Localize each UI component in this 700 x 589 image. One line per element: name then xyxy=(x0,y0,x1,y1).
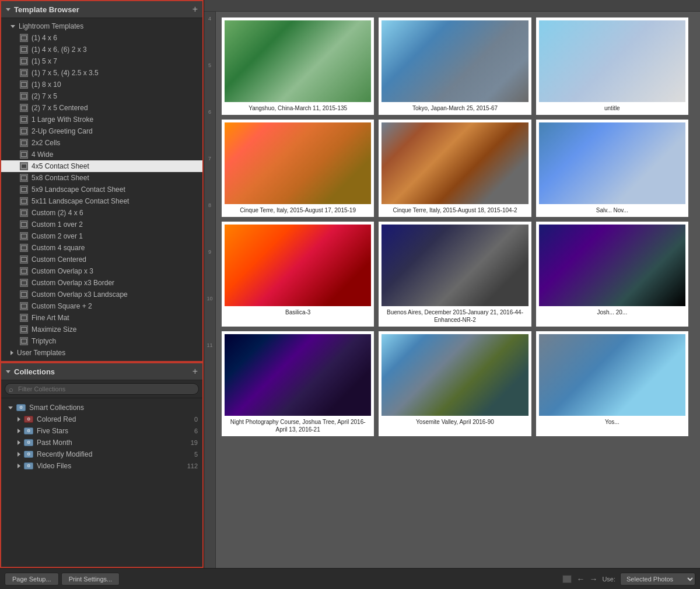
photo-cell-buenos[interactable]: Buenos Aires, December 2015-January 21, … xyxy=(379,222,531,327)
photo-cell-cinque1[interactable]: Cinque Terre, Italy, 2015-August 17, 201… xyxy=(222,120,374,217)
template-item[interactable]: 5x8 Contact Sheet xyxy=(1,172,202,184)
template-item[interactable]: Custom 2 over 1 xyxy=(1,230,202,242)
template-item[interactable]: (1) 5 x 7 xyxy=(1,55,202,67)
smart-collections-header[interactable]: ⚙ Smart Collections xyxy=(1,402,202,413)
lightroom-templates-group[interactable]: Lightroom Templates xyxy=(1,20,202,32)
template-item-label: Custom 1 over 2 xyxy=(32,220,83,229)
use-select[interactable]: Selected Photos All Filmstrip Photos Fla… xyxy=(620,573,695,586)
photo-cell-cinque2[interactable]: Cinque Terre, Italy, 2015-August 18, 201… xyxy=(379,120,531,217)
template-item[interactable]: Maximize Size xyxy=(1,324,202,335)
template-item-label: Custom 4 square xyxy=(32,244,85,252)
template-item[interactable]: Fine Art Mat xyxy=(1,312,202,324)
template-item[interactable]: 5x11 Landscape Contact Sheet xyxy=(1,195,202,207)
collection-count: 6 xyxy=(194,427,198,434)
nav-prev-button[interactable]: ← xyxy=(576,574,584,584)
smart-collections-icon: ⚙ xyxy=(16,404,26,411)
nav-next-button[interactable]: → xyxy=(589,574,597,584)
collection-smart-icon: ⚙ xyxy=(24,462,33,469)
collections-section: Collections + ⚙ Smart Collections xyxy=(0,362,204,568)
template-icon xyxy=(20,197,28,205)
page-setup-button[interactable]: Page Setup... xyxy=(5,573,59,586)
filter-collections-input[interactable] xyxy=(5,383,199,395)
template-icon xyxy=(20,220,28,229)
collection-count: 112 xyxy=(187,462,198,469)
collections-title: Collections xyxy=(14,367,55,376)
template-item[interactable]: (2) 7 x 5 Centered xyxy=(1,102,202,114)
template-list: Lightroom Templates (1) 4 x 6 (1) 4 x 6,… xyxy=(1,18,202,361)
collection-item-arrow-icon xyxy=(18,417,20,422)
collection-item-colored-red[interactable]: ⚙ Colored Red 0 xyxy=(1,413,202,425)
photo-caption-tokyo: Tokyo, Japan-March 25, 2015-67 xyxy=(412,104,498,112)
filter-bar xyxy=(1,380,202,398)
photo-grid-area[interactable]: Yangshuo, China-March 11, 2015-135 Tokyo… xyxy=(216,12,700,568)
template-item[interactable]: 5x9 Landscape Contact Sheet xyxy=(1,184,202,195)
smart-collections-group: ⚙ Smart Collections ⚙ Colored Red 0 xyxy=(1,401,202,473)
photo-image-cinque2 xyxy=(382,122,528,204)
template-item[interactable]: Custom 1 over 2 xyxy=(1,219,202,230)
template-item-label: Custom Overlap x3 Border xyxy=(32,279,114,287)
template-icon xyxy=(20,150,28,159)
photo-cell-yosemite[interactable]: Yosemite Valley, April 2016-90 xyxy=(379,331,531,436)
collection-item-video-files[interactable]: ⚙ Video Files 112 xyxy=(1,460,202,472)
photo-caption-buenos: Buenos Aires, December 2015-January 21, … xyxy=(382,308,528,324)
template-item-label: 1 Large With Stroke xyxy=(32,115,93,124)
template-item[interactable]: 2-Up Greeting Card xyxy=(1,125,202,137)
ruler-tick-10: 10 xyxy=(206,294,212,341)
template-browser-add-button[interactable]: + xyxy=(192,5,198,14)
template-icon xyxy=(20,115,28,124)
bottom-right-controls: ← → Use: Selected Photos All Filmstrip P… xyxy=(123,573,695,586)
photo-cell-yangshuo[interactable]: Yangshuo, China-March 11, 2015-135 xyxy=(222,17,374,115)
collection-item-recently-modified[interactable]: ⚙ Recently Modified 5 xyxy=(1,448,202,460)
photo-cell-salvo[interactable]: Salv... Nov... xyxy=(536,120,688,217)
template-item[interactable]: Custom (2) 4 x 6 xyxy=(1,207,202,219)
template-item-label: Custom Square + 2 xyxy=(32,302,92,310)
template-icon xyxy=(20,104,28,112)
photo-cell-untitled[interactable]: untitle xyxy=(536,17,688,115)
template-item[interactable]: (2) 7 x 5 xyxy=(1,90,202,102)
template-item[interactable]: (1) 4 x 6 xyxy=(1,32,202,44)
template-item[interactable]: 2x2 Cells xyxy=(1,137,202,149)
template-icon xyxy=(20,290,28,299)
template-item[interactable]: (1) 7 x 5, (4) 2.5 x 3.5 xyxy=(1,67,202,79)
template-browser-header[interactable]: Template Browser + xyxy=(1,1,202,18)
use-label: Use: xyxy=(602,576,615,583)
smart-collections-label: Smart Collections xyxy=(29,404,84,412)
photo-cell-basilica[interactable]: Basilica-3 xyxy=(222,222,374,327)
template-item[interactable]: (1) 8 x 10 xyxy=(1,79,202,90)
template-item-label: (1) 5 x 7 xyxy=(32,57,57,65)
photo-cell-night[interactable]: Night Photography Course, Joshua Tree, A… xyxy=(222,331,374,436)
collections-add-button[interactable]: + xyxy=(192,367,198,376)
template-icon xyxy=(20,34,28,42)
template-item[interactable]: 1 Large With Stroke xyxy=(1,114,202,125)
template-icon xyxy=(20,92,28,100)
template-item-label: Triptych xyxy=(32,337,56,345)
photo-cell-tokyo[interactable]: Tokyo, Japan-March 25, 2015-67 xyxy=(379,17,531,115)
template-item[interactable]: Custom Centered xyxy=(1,254,202,265)
collection-item-past-month[interactable]: ⚙ Past Month 19 xyxy=(1,437,202,448)
print-settings-button[interactable]: Print Settings... xyxy=(61,573,120,586)
ruler-tick-5: 5 xyxy=(208,61,211,108)
template-item-label: (2) 7 x 5 Centered xyxy=(32,104,88,112)
template-icon xyxy=(20,279,28,287)
template-item[interactable]: Custom Overlap x3 Landscape xyxy=(1,289,202,300)
template-icon xyxy=(20,45,28,54)
template-item[interactable]: Triptych xyxy=(1,335,202,347)
template-icon xyxy=(20,80,28,89)
collections-header[interactable]: Collections + xyxy=(1,363,202,380)
template-item-label: 5x11 Landscape Contact Sheet xyxy=(32,197,129,205)
photo-caption-yosemite: Yosemite Valley, April 2016-90 xyxy=(416,418,494,426)
template-item-selected[interactable]: 4x5 Contact Sheet xyxy=(1,160,202,172)
photo-image-yosemite xyxy=(382,334,528,416)
template-item[interactable]: Custom Square + 2 xyxy=(1,300,202,312)
template-item[interactable]: Custom 4 square xyxy=(1,242,202,254)
template-item[interactable]: Custom Overlap x3 Border xyxy=(1,277,202,289)
photo-cell-yos2[interactable]: Yos... xyxy=(536,331,688,436)
template-icon xyxy=(20,302,28,310)
template-item[interactable]: 4 Wide xyxy=(1,149,202,160)
collection-item-five-stars[interactable]: ⚙ Five Stars 6 xyxy=(1,425,202,437)
user-templates-group[interactable]: User Templates xyxy=(1,347,202,359)
photo-image-salvo xyxy=(539,122,685,204)
template-item[interactable]: Custom Overlap x 3 xyxy=(1,265,202,277)
photo-cell-josh[interactable]: Josh... 20... xyxy=(536,222,688,327)
template-item[interactable]: (1) 4 x 6, (6) 2 x 3 xyxy=(1,44,202,55)
